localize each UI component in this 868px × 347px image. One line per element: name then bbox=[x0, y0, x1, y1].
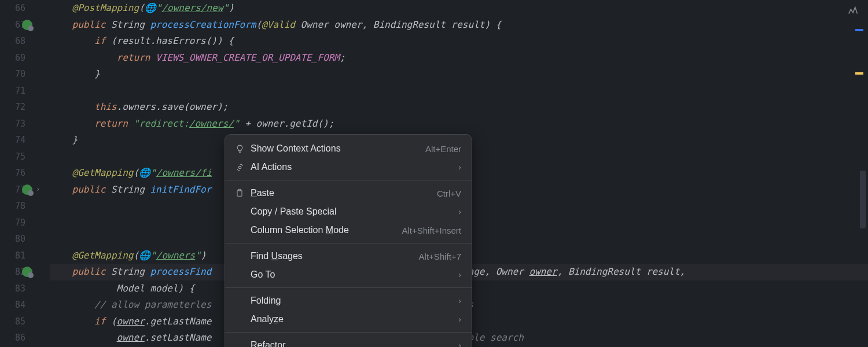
menu-item[interactable]: Copy / Paste Special› bbox=[225, 202, 472, 221]
menu-item[interactable]: Go To› bbox=[225, 265, 472, 284]
scroll-marker[interactable] bbox=[855, 29, 863, 31]
menu-shortcut: Alt+Shift+7 bbox=[419, 252, 461, 261]
line-number: 78 bbox=[0, 198, 25, 215]
gutter: 6667686970717273747576777879808182838485… bbox=[0, 0, 47, 347]
code-line[interactable]: return "redirect:/owners/" + owner.getId… bbox=[50, 116, 868, 132]
code-line[interactable]: } bbox=[50, 66, 868, 83]
submenu-arrow-icon: › bbox=[458, 315, 461, 324]
code-line[interactable]: return VIEWS_OWNER_CREATE_OR_UPDATE_FORM… bbox=[50, 50, 868, 67]
menu-label: Analyze bbox=[251, 314, 458, 324]
submenu-arrow-icon: › bbox=[458, 296, 461, 305]
submenu-arrow-icon: › bbox=[458, 207, 461, 216]
code-line[interactable]: public String processCreationForm(@Valid… bbox=[50, 17, 868, 34]
menu-label: Refactor bbox=[251, 340, 458, 347]
ai-icon bbox=[233, 163, 246, 172]
context-menu[interactable]: Show Context ActionsAlt+EnterAI Actions›… bbox=[225, 134, 472, 347]
menu-item[interactable]: Show Context ActionsAlt+Enter bbox=[225, 139, 472, 158]
line-number: 85 bbox=[0, 313, 25, 330]
menu-shortcut: Ctrl+V bbox=[437, 189, 461, 198]
line-number: 72 bbox=[0, 99, 25, 116]
menu-separator bbox=[225, 332, 472, 333]
menu-item[interactable]: Analyze› bbox=[225, 310, 472, 328]
line-number: 73 bbox=[0, 116, 25, 132]
web-icon[interactable] bbox=[22, 20, 32, 30]
menu-label: AI Actions bbox=[251, 162, 458, 172]
menu-label: Find Usages bbox=[251, 251, 419, 261]
right-strip bbox=[832, 0, 868, 347]
menu-separator bbox=[225, 243, 472, 243]
code-line[interactable] bbox=[50, 83, 868, 99]
code-line[interactable]: this.owners.save(owner); bbox=[50, 99, 868, 116]
lightbulb-icon bbox=[233, 144, 246, 154]
paste-icon bbox=[233, 189, 246, 198]
performance-icon[interactable] bbox=[847, 5, 860, 20]
menu-item[interactable]: AI Actions› bbox=[225, 158, 472, 176]
menu-label: Go To bbox=[251, 270, 458, 280]
menu-label: Paste bbox=[251, 188, 437, 198]
line-number: 70 bbox=[0, 66, 25, 83]
line-number: 76 bbox=[0, 165, 25, 182]
scrollbar-thumb[interactable] bbox=[860, 171, 866, 228]
line-number: 66 bbox=[0, 0, 25, 17]
menu-shortcut: Alt+Enter bbox=[425, 144, 461, 154]
fold-chevron-icon[interactable]: › bbox=[36, 185, 40, 193]
menu-item[interactable]: Find UsagesAlt+Shift+7 bbox=[225, 247, 472, 265]
line-number: 74 bbox=[0, 132, 25, 149]
line-number: 79 bbox=[0, 215, 25, 231]
web-icon[interactable] bbox=[22, 184, 32, 195]
code-line[interactable]: @PostMapping(🌐"/owners/new") bbox=[50, 0, 868, 17]
web-icon[interactable] bbox=[22, 267, 32, 277]
menu-separator bbox=[225, 287, 472, 288]
line-number: 81 bbox=[0, 248, 25, 264]
submenu-arrow-icon: › bbox=[458, 270, 461, 279]
menu-separator bbox=[225, 180, 472, 180]
submenu-arrow-icon: › bbox=[458, 341, 461, 347]
code-line[interactable]: if (result.hasErrors()) { bbox=[50, 33, 868, 50]
line-number: 83 bbox=[0, 280, 25, 297]
line-number: 86 bbox=[0, 330, 25, 346]
line-number: 68 bbox=[0, 33, 25, 50]
menu-label: Column Selection Mode bbox=[251, 225, 402, 235]
line-number: 80 bbox=[0, 231, 25, 248]
submenu-arrow-icon: › bbox=[458, 163, 461, 172]
menu-item[interactable]: Column Selection ModeAlt+Shift+Insert bbox=[225, 221, 472, 239]
menu-item[interactable]: Refactor› bbox=[225, 336, 472, 347]
line-number: 71 bbox=[0, 83, 25, 99]
scroll-marker[interactable] bbox=[855, 72, 863, 75]
menu-shortcut: Alt+Shift+Insert bbox=[402, 226, 461, 235]
menu-item[interactable]: Folding› bbox=[225, 291, 472, 310]
line-number: 84 bbox=[0, 297, 25, 313]
menu-item[interactable]: PasteCtrl+V bbox=[225, 184, 472, 202]
menu-label: Show Context Actions bbox=[251, 143, 425, 154]
menu-label: Copy / Paste Special bbox=[251, 206, 458, 217]
menu-label: Folding bbox=[251, 296, 458, 306]
line-number: 69 bbox=[0, 50, 25, 67]
line-number: 75 bbox=[0, 149, 25, 165]
svg-point-0 bbox=[238, 166, 241, 168]
